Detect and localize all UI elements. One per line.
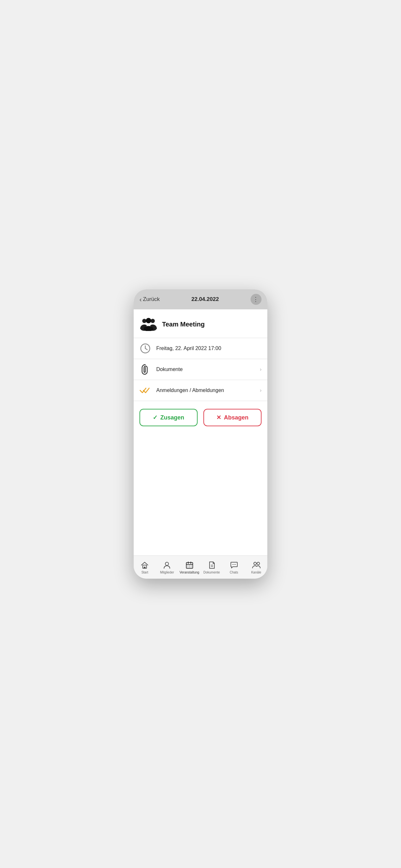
svg-point-25	[234, 564, 234, 564]
svg-point-26	[235, 564, 235, 564]
svg-point-28	[257, 562, 259, 565]
svg-point-20	[189, 567, 190, 567]
group-icon	[140, 315, 158, 333]
paperclip-icon	[140, 364, 151, 375]
decline-button[interactable]: ✕ Absagen	[204, 409, 261, 426]
accept-label: Zusagen	[160, 414, 184, 421]
registrations-row[interactable]: Anmeldungen / Abmeldungen ›	[134, 380, 267, 401]
document-icon	[207, 561, 216, 569]
more-button[interactable]: ⋮	[251, 294, 261, 305]
svg-point-2	[146, 318, 151, 323]
content-area: Team Meeting Freitag, 22. April 2022 17:…	[134, 309, 267, 555]
svg-point-21	[191, 567, 191, 567]
svg-point-0	[143, 319, 147, 323]
tab-start-label: Start	[142, 570, 148, 574]
tab-chats[interactable]: Chats	[223, 556, 245, 579]
tab-mitglieder-label: Mitglieder	[160, 570, 174, 574]
documents-row[interactable]: Dokumente ›	[134, 359, 267, 380]
double-check-icon	[140, 384, 151, 396]
more-dots-icon: ⋮	[253, 296, 259, 303]
back-label: Zurück	[143, 296, 160, 303]
documents-text: Dokumente	[156, 367, 255, 372]
nav-bar: ‹ Zurück 22.04.2022 ⋮	[134, 289, 267, 309]
accept-check-icon: ✓	[153, 414, 158, 421]
registrations-text: Anmeldungen / Abmeldungen	[156, 388, 255, 393]
nav-date: 22.04.2022	[191, 296, 219, 303]
svg-point-18	[191, 565, 191, 566]
datetime-text: Freitag, 22. April 2022 17:00	[156, 345, 261, 351]
tab-kanale[interactable]: Kanäle	[245, 556, 267, 579]
svg-point-1	[151, 319, 155, 323]
action-buttons: ✓ Zusagen ✕ Absagen	[134, 401, 267, 434]
accept-button[interactable]: ✓ Zusagen	[140, 409, 197, 426]
tab-veranstaltung[interactable]: Veranstaltung	[178, 556, 201, 579]
svg-point-17	[189, 565, 190, 566]
event-header: Team Meeting	[134, 309, 267, 338]
home-icon	[140, 561, 149, 569]
calendar-icon	[185, 561, 194, 569]
datetime-row: Freitag, 22. April 2022 17:00	[134, 338, 267, 359]
tab-mitglieder[interactable]: Mitglieder	[156, 556, 178, 579]
chat-icon	[229, 561, 239, 569]
tab-bar: Start Mitglieder	[134, 555, 267, 579]
back-button[interactable]: ‹ Zurück	[140, 296, 160, 303]
svg-point-19	[188, 567, 188, 567]
svg-point-24	[232, 564, 233, 564]
back-chevron-icon: ‹	[140, 296, 142, 303]
decline-x-icon: ✕	[216, 414, 221, 421]
tab-dokumente[interactable]: Dokumente	[201, 556, 223, 579]
channels-icon	[252, 561, 261, 569]
documents-chevron-icon: ›	[260, 367, 261, 372]
tab-chats-label: Chats	[230, 570, 238, 574]
svg-point-11	[165, 562, 168, 565]
registrations-chevron-icon: ›	[260, 388, 261, 393]
tab-veranstaltung-label: Veranstaltung	[180, 570, 199, 574]
tab-kanale-label: Kanäle	[251, 570, 261, 574]
svg-point-16	[188, 565, 188, 566]
clock-icon	[140, 343, 151, 354]
person-icon	[162, 561, 172, 569]
tab-start[interactable]: Start	[134, 556, 156, 579]
decline-label: Absagen	[224, 414, 248, 421]
svg-point-27	[254, 562, 256, 565]
tab-dokumente-label: Dokumente	[204, 570, 220, 574]
svg-line-8	[145, 348, 147, 350]
event-title: Team Meeting	[162, 321, 205, 328]
svg-rect-10	[144, 567, 146, 568]
